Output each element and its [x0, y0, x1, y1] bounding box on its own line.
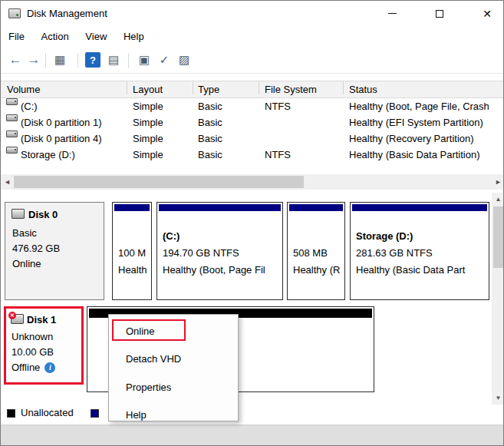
context-menu-online[interactable]: Online [110, 322, 237, 341]
titlebar: Disk Management ✕ [1, 1, 503, 26]
column-volume[interactable]: Volume [7, 81, 40, 97]
cell-type: Basic [198, 98, 222, 114]
column-file-system[interactable]: File System [265, 81, 317, 97]
window-title: Disk Management [27, 1, 107, 26]
table-row[interactable]: (Disk 0 partition 1) Simple Basic Health… [1, 114, 504, 130]
cell-volume: Storage (D:) [21, 147, 75, 163]
maximize-button[interactable] [422, 1, 457, 26]
disk1-label[interactable]: ✕ Disk 1 Unknown 10.00 GB Offline i [4, 306, 84, 385]
cell-layout: Simple [133, 114, 163, 130]
cell-status: Healthy (Boot, Page File, Crash [349, 98, 489, 114]
partition-size: 100 M [118, 247, 146, 259]
column-type[interactable]: Type [198, 81, 219, 97]
info-icon[interactable]: i [44, 362, 55, 373]
volume-icon [6, 130, 18, 137]
toolbar-separator [45, 53, 46, 68]
partition-title: Storage (D:) [356, 230, 413, 242]
column-separator[interactable] [343, 81, 344, 94]
close-button[interactable]: ✕ [469, 1, 504, 26]
export-list-icon[interactable]: ▤ [105, 51, 122, 68]
partition-size: 281.63 GB NTFS [356, 247, 433, 259]
partition-recovery[interactable]: 508 MB Healthy (R [287, 202, 345, 300]
cell-volume: (Disk 0 partition 4) [21, 130, 101, 147]
partition-color-strip [114, 204, 150, 211]
scroll-left-icon[interactable]: ◄ [1, 174, 14, 190]
scrollbar-thumb[interactable] [493, 206, 503, 268]
column-separator[interactable] [193, 81, 193, 94]
minimize-icon [388, 13, 397, 14]
cell-volume: (C:) [21, 98, 38, 114]
column-separator[interactable] [259, 81, 259, 94]
column-status[interactable]: Status [349, 81, 377, 97]
volume-icon [6, 147, 18, 154]
partition-status: Healthy (Boot, Page Fil [163, 264, 265, 276]
scroll-right-icon[interactable]: ► [492, 174, 504, 190]
scrollbar-thumb[interactable] [14, 176, 304, 188]
offline-badge-icon: ✕ [8, 312, 16, 319]
back-arrow-icon[interactable]: ← [7, 51, 24, 68]
graphical-view: Disk 0 Basic 476.92 GB Online 100 M Heal… [1, 190, 504, 425]
disk0-type: Basic [12, 227, 37, 239]
table-row[interactable]: (C:) Simple Basic NTFS Healthy (Boot, Pa… [1, 98, 504, 114]
volume-table-header: Volume Layout Type File System Status [1, 81, 504, 98]
table-row[interactable]: Storage (D:) Simple Basic NTFS Healthy (… [1, 147, 504, 163]
vertical-scrollbar[interactable]: ▲ ▼ [492, 193, 504, 405]
disk0-name: Disk 0 [28, 209, 58, 220]
cell-layout: Simple [133, 147, 163, 163]
console-window-icon[interactable]: ▣ [136, 51, 153, 68]
properties-icon[interactable]: ▨ [176, 51, 193, 68]
partition-color-strip [289, 204, 343, 211]
disk1-type: Unknown [12, 331, 53, 342]
volume-icon [6, 114, 18, 121]
disk0-size: 476.92 GB [12, 243, 60, 254]
disk-icon [12, 209, 25, 219]
toolbar: ← → ▦ ? ▤ ▣ ✓ ▨ [1, 47, 503, 74]
context-menu-help[interactable]: Help [110, 406, 237, 425]
cell-file-system: NTFS [265, 98, 291, 114]
minimize-button[interactable] [374, 1, 410, 26]
show-console-tree-icon[interactable]: ▦ [51, 51, 68, 68]
legend-unallocated-swatch [7, 409, 15, 418]
scroll-down-icon[interactable]: ▼ [492, 391, 504, 405]
partition-title: (C:) [163, 230, 180, 242]
partition-color-strip [352, 204, 487, 211]
cell-type: Basic [198, 114, 222, 130]
disk0-status: Online [12, 258, 41, 269]
volume-icon [6, 98, 18, 105]
partition-status: Health [118, 264, 147, 276]
column-layout[interactable]: Layout [133, 81, 163, 97]
cell-type: Basic [198, 147, 222, 163]
menu-help[interactable]: Help [117, 26, 151, 47]
bottom-strip [1, 425, 503, 445]
cell-status: Healthy (Basic Data Partition) [349, 147, 480, 163]
check-icon[interactable]: ✓ [156, 51, 173, 68]
context-menu: Online Detach VHD Properties Help [108, 314, 239, 421]
disk1-status: Offline [12, 362, 40, 373]
disk-offline-icon: ✕ [11, 314, 24, 324]
table-row[interactable]: (Disk 0 partition 4) Simple Basic Health… [1, 130, 504, 147]
legend-primary-swatch [91, 409, 99, 418]
disk1-status-line: Offline i [12, 362, 55, 373]
help-icon[interactable]: ? [85, 52, 100, 68]
partition-storage-d[interactable]: Storage (D:) 281.63 GB NTFS Healthy (Bas… [350, 202, 489, 300]
disk0-label[interactable]: Disk 0 Basic 476.92 GB Online [5, 202, 104, 300]
horizontal-scrollbar[interactable]: ◄ ► [1, 174, 504, 190]
context-menu-properties[interactable]: Properties [110, 378, 237, 397]
menu-view[interactable]: View [78, 26, 114, 47]
cell-status: Healthy (EFI System Partition) [349, 114, 483, 130]
partition-c[interactable]: (C:) 194.70 GB NTFS Healthy (Boot, Page … [156, 202, 283, 300]
partition-efi[interactable]: 100 M Health [112, 202, 152, 300]
menu-bar: File Action View Help [2, 26, 151, 47]
legend-unallocated-label: Unallocated [21, 407, 74, 418]
app-icon [8, 8, 21, 18]
cell-volume: (Disk 0 partition 1) [21, 114, 101, 130]
partition-status: Healthy (Basic Data Part [356, 264, 465, 276]
forward-arrow-icon[interactable]: → [25, 51, 42, 68]
cell-file-system: NTFS [265, 147, 291, 163]
menu-action[interactable]: Action [35, 26, 76, 47]
cell-status: Healthy (Recovery Partition) [349, 130, 474, 147]
context-menu-detach-vhd[interactable]: Detach VHD [110, 350, 237, 368]
menu-file[interactable]: File [2, 26, 31, 47]
column-separator[interactable] [127, 81, 127, 94]
scroll-up-icon[interactable]: ▲ [492, 193, 504, 206]
